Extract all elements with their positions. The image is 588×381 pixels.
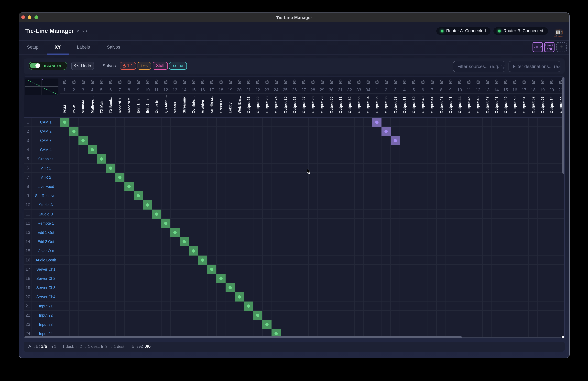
svg-text:Video Walrus Ltd: Video Walrus Ltd — [554, 36, 563, 37]
